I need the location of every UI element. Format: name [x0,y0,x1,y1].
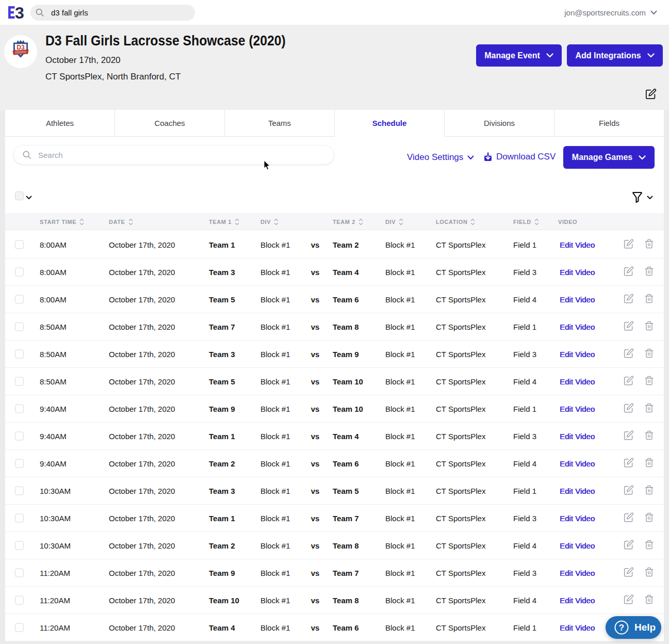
svg-text:?: ? [619,623,624,633]
svg-text:3: 3 [15,6,24,19]
